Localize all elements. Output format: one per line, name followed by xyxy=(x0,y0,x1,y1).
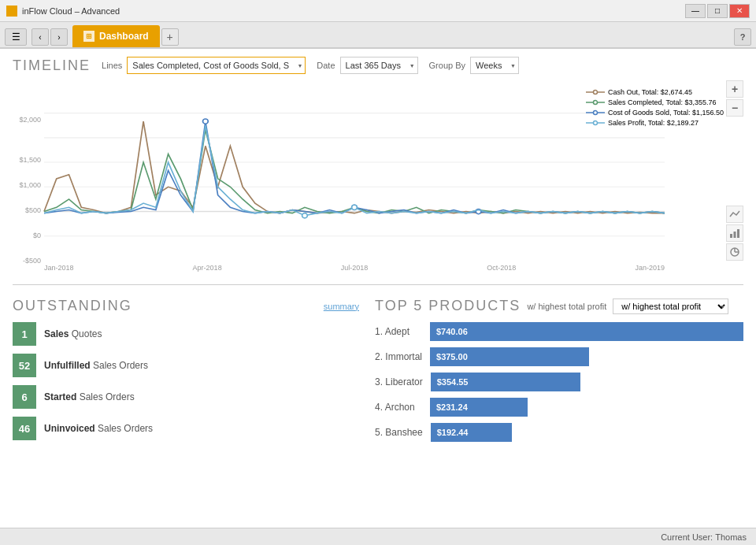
main-content: TIMELINE Lines Sales Completed, Cost of … xyxy=(0,49,756,528)
summary-link[interactable]: summary xyxy=(324,302,359,311)
date-select[interactable]: Last 365 Days xyxy=(340,57,418,74)
tab-bar: ☰ ‹ › ⊞ Dashboard + ? xyxy=(0,22,756,49)
svg-rect-19 xyxy=(730,234,732,238)
y-label-0: $0 xyxy=(33,232,41,239)
product-bar: $192.44 xyxy=(431,423,512,442)
legend-cashout: Cash Out, Total: $2,674.45 xyxy=(586,88,743,96)
products-list: 1. Adept $740.06 2. Immortal $375.00 3. … xyxy=(375,322,743,442)
x-axis: Jan-2018 Apr-2018 Jul-2018 Oct-2018 Jan-… xyxy=(44,261,665,284)
back-button[interactable]: ‹ xyxy=(32,28,49,46)
svg-point-6 xyxy=(203,119,209,124)
product-row: 5. Banshee $192.44 xyxy=(375,423,743,442)
list-item[interactable]: 52 Unfulfilled Sales Orders xyxy=(13,354,354,377)
dashboard-tab[interactable]: ⊞ Dashboard xyxy=(72,25,160,47)
top-products-sub: w/ highest total profit xyxy=(527,302,606,311)
x-label-jan2019: Jan-2019 xyxy=(635,264,665,272)
tab-icon: ⊞ xyxy=(83,31,94,42)
product-rank: 5. Banshee xyxy=(375,427,423,438)
y-label-1000: $1,000 xyxy=(19,181,41,189)
chart-legend: Cash Out, Total: $2,674.45 Sales Complet… xyxy=(586,88,743,129)
product-bar: $231.24 xyxy=(430,398,528,417)
lines-control: Lines Sales Completed, Cost of Goods Sol… xyxy=(102,57,306,74)
top-products-title: TOP 5 PRODUCTS xyxy=(375,298,521,314)
y-label-2000: $2,000 xyxy=(19,116,41,124)
groupby-control: Group By Weeks xyxy=(429,57,519,74)
lines-select[interactable]: Sales Completed, Cost of Goods Sold, S xyxy=(127,57,306,74)
zoom-out-button[interactable]: − xyxy=(726,99,743,117)
status-bar: Current User: Thomas xyxy=(0,528,756,545)
y-label-500: $500 xyxy=(25,206,41,214)
maximize-button[interactable]: □ xyxy=(707,4,728,18)
outstanding-section: OUTSTANDING summary 1 Sales Quotes 52 Un… xyxy=(13,298,359,448)
legend-salescompleted: Sales Completed, Total: $3,355.76 xyxy=(586,98,743,106)
product-bar: $354.55 xyxy=(431,373,580,391)
product-row: 1. Adept $740.06 xyxy=(375,322,743,341)
date-label: Date xyxy=(317,61,335,70)
product-rank: 3. Liberator xyxy=(375,376,423,387)
timeline-section: TIMELINE Lines Sales Completed, Cost of … xyxy=(13,57,743,285)
x-label-jan2018: Jan-2018 xyxy=(44,264,74,272)
product-bar: $740.06 xyxy=(430,322,743,341)
help-button[interactable]: ? xyxy=(734,28,751,46)
lower-section: OUTSTANDING summary 1 Sales Quotes 52 Un… xyxy=(13,298,743,448)
current-user-name: Thomas xyxy=(715,532,747,542)
date-control: Date Last 365 Days xyxy=(317,57,417,74)
product-bar-container: $231.24 xyxy=(430,398,743,417)
list-item[interactable]: 6 Started Sales Orders xyxy=(13,385,354,409)
legend-salesprofit: Sales Profit, Total: $2,189.27 xyxy=(586,119,743,127)
top-products-header: TOP 5 PRODUCTS w/ highest total profit w… xyxy=(375,298,743,314)
legend-salescompleted-label: Sales Completed, Total: $3,355.76 xyxy=(608,98,716,106)
product-rank: 2. Immortal xyxy=(375,351,422,362)
product-bar-container: $740.06 xyxy=(430,322,743,341)
y-label-neg500: -$500 xyxy=(23,257,41,265)
svg-rect-20 xyxy=(734,232,736,238)
product-bar-container: $375.00 xyxy=(430,347,743,366)
chart-inner xyxy=(44,80,665,261)
line-chart-button[interactable] xyxy=(726,206,743,223)
forward-button[interactable]: › xyxy=(50,28,68,46)
lines-label: Lines xyxy=(102,61,122,70)
minimize-button[interactable]: — xyxy=(685,4,706,18)
product-bar: $375.00 xyxy=(430,347,589,366)
timeline-title: TIMELINE xyxy=(13,57,91,74)
y-axis: $2,000 $1,500 $1,000 $500 $0 -$500 xyxy=(13,80,44,261)
outstanding-title: OUTSTANDING xyxy=(13,298,132,314)
svg-point-14 xyxy=(594,101,598,105)
product-row: 2. Immortal $375.00 xyxy=(375,347,743,366)
outstanding-header: OUTSTANDING summary xyxy=(13,298,359,314)
product-row: 4. Archon $231.24 xyxy=(375,398,743,417)
legend-salesprofit-label: Sales Profit, Total: $2,189.27 xyxy=(608,119,699,127)
app-icon xyxy=(6,6,17,17)
product-rank: 1. Adept xyxy=(375,326,422,337)
add-tab-button[interactable]: + xyxy=(161,28,179,46)
svg-point-9 xyxy=(302,213,308,218)
title-bar: inFlow Cloud – Advanced — □ ✕ xyxy=(0,0,756,22)
timeline-header: TIMELINE Lines Sales Completed, Cost of … xyxy=(13,57,743,74)
list-item[interactable]: 46 Uninvoiced Sales Orders xyxy=(13,417,354,440)
product-row: 3. Liberator $354.55 xyxy=(375,373,743,391)
title-bar-text: inFlow Cloud – Advanced xyxy=(22,6,120,16)
outstanding-text: Uninvoiced Sales Orders xyxy=(44,423,153,434)
x-label-oct2018: Oct-2018 xyxy=(487,264,516,272)
zoom-in-button[interactable]: + xyxy=(726,80,743,98)
product-rank: 4. Archon xyxy=(375,402,422,413)
product-bar-container: $192.44 xyxy=(431,423,743,442)
pie-chart-button[interactable] xyxy=(726,243,743,261)
svg-rect-21 xyxy=(737,229,739,238)
menu-icon: ☰ xyxy=(12,32,20,43)
list-item[interactable]: 1 Sales Quotes xyxy=(13,322,354,346)
svg-point-12 xyxy=(594,91,598,95)
groupby-select[interactable]: Weeks xyxy=(470,57,519,74)
outstanding-text: Started Sales Orders xyxy=(44,391,135,402)
product-bar-container: $354.55 xyxy=(431,373,743,391)
outstanding-badge: 1 xyxy=(13,322,36,346)
outstanding-text: Sales Quotes xyxy=(44,328,102,339)
svg-point-10 xyxy=(352,205,358,209)
chart-container: $2,000 $1,500 $1,000 $500 $0 -$500 xyxy=(13,80,743,285)
close-button[interactable]: ✕ xyxy=(729,4,750,18)
top-products-dropdown[interactable]: w/ highest total profit xyxy=(613,298,728,314)
groupby-label: Group By xyxy=(429,61,465,70)
bar-chart-button[interactable] xyxy=(726,224,743,242)
menu-button[interactable]: ☰ xyxy=(5,28,27,46)
svg-point-16 xyxy=(594,111,598,115)
